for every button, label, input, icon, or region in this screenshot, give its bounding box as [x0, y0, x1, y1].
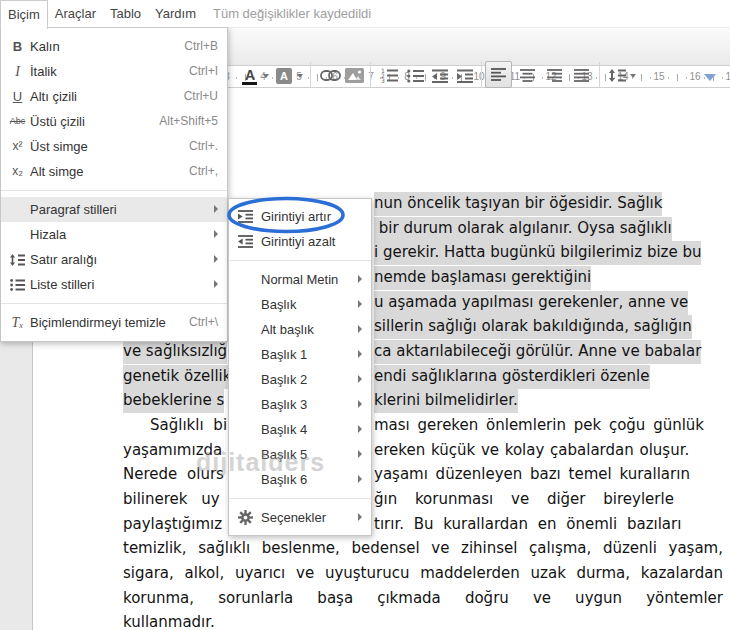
- menu-item-shortcut: Alt+Shift+5: [159, 109, 218, 134]
- menu-item-secenekler[interactable]: Seçenekler: [229, 505, 371, 530]
- submenu-arrow-icon: [358, 325, 362, 333]
- menu-item-alti-cizili[interactable]: U Altı çizili Ctrl+U: [1, 84, 227, 109]
- menu-item-label: Başlık 1: [261, 342, 307, 367]
- menu-item-label: Üstü çizili: [30, 109, 85, 134]
- menu-item-baslik[interactable]: Başlık: [229, 292, 371, 317]
- insert-link-button[interactable]: [318, 63, 342, 88]
- menu-item-normal-metin[interactable]: Normal Metin: [229, 267, 371, 292]
- numbered-list-button[interactable]: 123: [377, 63, 401, 88]
- document-line[interactable]: sillerin sağlığı olarak bakıldığında, sa…: [374, 315, 692, 339]
- document-line[interactable]: temizlik, sağlıklı beslenme, bedensel ve…: [123, 537, 723, 561]
- decrease-indent-button[interactable]: [428, 63, 452, 88]
- menu-item-hizala[interactable]: Hizala: [1, 222, 227, 247]
- menu-item-baslik-1[interactable]: Başlık 1: [229, 342, 371, 367]
- document-line[interactable]: endi sağlıklarına gösterdikleri özenle: [374, 365, 650, 389]
- menu-bicim[interactable]: Biçim: [0, 0, 48, 29]
- menu-item-baslik-2[interactable]: Başlık 2: [229, 367, 371, 392]
- document-line[interactable]: bebeklerine s: [123, 389, 224, 413]
- align-right-button[interactable]: [542, 63, 566, 88]
- document-line[interactable]: i gerekir. Hatta bugünkü bilgilerimiz bi…: [374, 241, 701, 265]
- indent-marker-icon[interactable]: [704, 74, 716, 81]
- insert-image-button[interactable]: [342, 63, 366, 88]
- menu-item-shortcut: Ctrl+U: [184, 84, 218, 109]
- menu-item-label: Alt başlık: [261, 317, 314, 342]
- text-color-button[interactable]: A: [240, 63, 260, 88]
- document-line[interactable]: nun öncelik taşıyan bir öğesidir. Sağlık: [374, 192, 662, 216]
- increase-indent-button[interactable]: [453, 63, 477, 88]
- paragraph-styles-submenu: Girintiyi artır Girintiyi azalt Normal M…: [228, 198, 372, 536]
- menu-item-baslik-3[interactable]: Başlık 3: [229, 392, 371, 417]
- subscript-icon: x₂: [8, 159, 27, 184]
- document-line[interactable]: tırır. Bu kurallardan en önemli bazıları: [374, 513, 681, 537]
- menu-item-label: Normal Metin: [261, 267, 338, 292]
- document-line[interactable]: ması gereken önlemlerin pek çoğu günlük: [374, 414, 704, 438]
- menu-araclar[interactable]: Araçlar: [48, 0, 103, 27]
- submenu-arrow-icon: [358, 275, 362, 283]
- document-line[interactable]: ereken küçük ve kolay çabalardan oluşur.: [374, 439, 689, 463]
- submenu-arrow-icon: [358, 375, 362, 383]
- image-icon: [345, 68, 364, 83]
- toolbar-separator: [481, 62, 482, 88]
- strikethrough-icon: Abc: [8, 109, 27, 134]
- ruler-tick: [677, 74, 678, 81]
- menu-item-label: Başlık 2: [261, 367, 307, 392]
- menu-item-shortcut: Ctrl+,: [189, 159, 218, 184]
- menu-item-label: Üst simge: [30, 134, 88, 159]
- menu-item-shortcut: Ctrl+.: [189, 134, 218, 159]
- save-status: Tüm değişiklikler kaydedildi: [213, 0, 371, 27]
- menu-item-satir-araligi[interactable]: Satır aralığı: [1, 247, 227, 272]
- list-styles-icon: [8, 272, 27, 297]
- menu-item-italik[interactable]: I İtalik Ctrl+I: [1, 59, 227, 84]
- document-line[interactable]: u aşamada yapılması gerekenler, anne ve: [374, 291, 688, 315]
- document-line[interactable]: ğın korunması ve diğer bireylerle: [374, 488, 674, 512]
- document-line[interactable]: korunma, sorunlarla başa çıkmada doğru v…: [123, 587, 723, 611]
- document-line[interactable]: genetik özellik: [123, 365, 231, 389]
- ruler-tick: [713, 74, 714, 81]
- menu-item-label: Satır aralığı: [30, 247, 97, 272]
- document-line[interactable]: bilinerek uy: [123, 488, 220, 512]
- document-line[interactable]: Sağlıklı bi: [150, 414, 227, 438]
- underline-icon: U: [8, 84, 27, 109]
- line-spacing-button[interactable]: [606, 63, 628, 88]
- highlight-color-icon: A: [276, 68, 292, 84]
- highlight-color-button[interactable]: A: [274, 63, 294, 88]
- align-left-button[interactable]: [485, 61, 512, 88]
- document-line[interactable]: bir durum olarak algılanır. Oysa sağlıkl…: [374, 217, 672, 241]
- menu-item-bicimlendirmeyi-temizle[interactable]: Tₓ Biçimlendirmeyi temizle Ctrl+\: [1, 310, 227, 335]
- document-line[interactable]: sigara, alkol, uyarıcı ve uyuşturucu mad…: [123, 562, 723, 586]
- menu-item-liste-stilleri[interactable]: Liste stilleri: [1, 272, 227, 297]
- decrease-indent-icon: [432, 69, 448, 83]
- menu-separator: [1, 303, 227, 304]
- menu-item-ustu-cizili[interactable]: Abc Üstü çizili Alt+Shift+5: [1, 109, 227, 134]
- menu-yardim[interactable]: Yardım: [148, 0, 203, 27]
- menu-item-alt-simge[interactable]: x₂ Alt simge Ctrl+,: [1, 159, 227, 184]
- menu-tablo[interactable]: Tablo: [103, 0, 148, 27]
- document-line[interactable]: ca aktarılabileceği görülür. Anne ve bab…: [374, 340, 701, 364]
- gear-icon: [236, 505, 255, 530]
- submenu-arrow-icon: [358, 300, 362, 308]
- format-menu: B Kalın Ctrl+B I İtalik Ctrl+I U Altı çi…: [0, 27, 228, 342]
- line-spacing-caret-icon[interactable]: [630, 74, 636, 78]
- document-line[interactable]: yaşamı düzenleyen bazı temel kuralların: [374, 463, 690, 487]
- menu-item-ust-simge[interactable]: x² Üst simge Ctrl+.: [1, 134, 227, 159]
- align-center-button[interactable]: [515, 63, 539, 88]
- submenu-arrow-icon: [358, 400, 362, 408]
- document-line[interactable]: klerini bilmelidirler.: [374, 389, 518, 413]
- ruler-dot: [722, 77, 723, 79]
- highlight-color-caret-icon[interactable]: [297, 74, 303, 78]
- document-line[interactable]: ve sağlıksızlığ: [123, 340, 227, 364]
- menu-item-label: İtalik: [30, 59, 57, 84]
- menu-item-kalin[interactable]: B Kalın Ctrl+B: [1, 34, 227, 59]
- menu-item-baslik-4[interactable]: Başlık 4: [229, 417, 371, 442]
- menu-item-alt-baslik[interactable]: Alt başlık: [229, 317, 371, 342]
- text-color-caret-icon[interactable]: [263, 74, 269, 78]
- ruler-num: 15: [653, 71, 664, 82]
- menu-item-paragraf-stilleri[interactable]: Paragraf stilleri: [1, 197, 227, 222]
- bulleted-list-button[interactable]: [403, 63, 427, 88]
- document-line[interactable]: nemde başlaması gerektiğini: [374, 266, 591, 290]
- menu-item-label: Kalın: [30, 34, 60, 59]
- justify-button[interactable]: [569, 63, 593, 88]
- menu-item-label: Başlık: [261, 292, 296, 317]
- document-line[interactable]: paylaştığımız: [123, 513, 222, 537]
- document-line[interactable]: kullanmadır.: [123, 611, 723, 630]
